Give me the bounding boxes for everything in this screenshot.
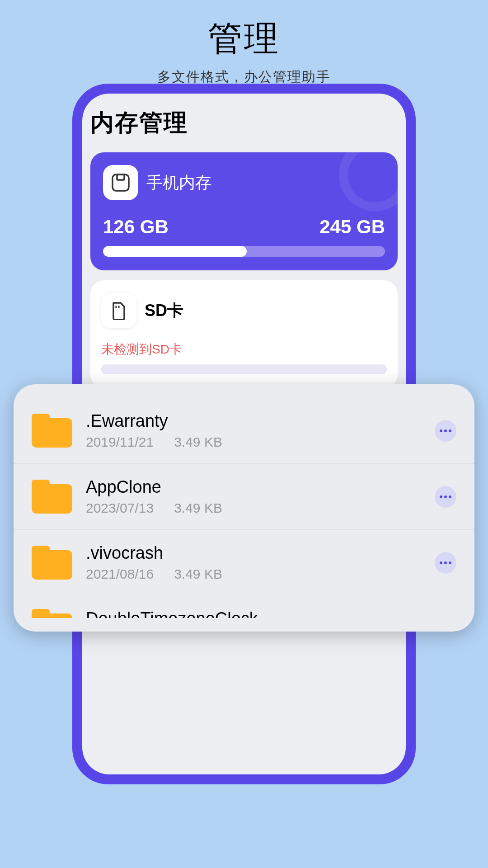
more-button[interactable] bbox=[435, 486, 456, 508]
svg-rect-0 bbox=[113, 175, 129, 191]
file-size: 3.49 KB bbox=[174, 566, 222, 582]
more-button[interactable] bbox=[435, 420, 456, 442]
file-item[interactable]: .vivocrash 2021/08/16 3.49 KB bbox=[14, 530, 474, 595]
file-name: DoubleTimezoneClock bbox=[86, 609, 258, 618]
folder-icon bbox=[32, 414, 72, 448]
storage-progress-fill bbox=[103, 246, 247, 257]
promo-header: 管理 多文件格式，办公管理助手 bbox=[0, 0, 488, 86]
folder-icon bbox=[32, 546, 72, 580]
svg-rect-1 bbox=[117, 175, 124, 180]
file-item-partial[interactable]: DoubleTimezoneClock bbox=[14, 595, 474, 618]
file-item[interactable]: AppClone 2023/07/13 3.49 KB bbox=[14, 464, 474, 530]
file-list-panel: .Ewarranty 2019/11/21 3.49 KB AppClone 2… bbox=[14, 384, 474, 632]
phone-storage-icon bbox=[103, 165, 138, 200]
sd-card-icon bbox=[101, 293, 136, 328]
folder-icon bbox=[32, 480, 72, 514]
file-name: AppClone bbox=[86, 477, 435, 497]
storage-progress-bar bbox=[103, 246, 385, 257]
file-name: .vivocrash bbox=[86, 543, 435, 563]
more-button[interactable] bbox=[435, 552, 456, 574]
file-date: 2023/07/13 bbox=[86, 500, 154, 516]
file-size: 3.49 KB bbox=[174, 500, 222, 516]
sd-card-warning: 未检测到SD卡 bbox=[101, 341, 387, 358]
file-date: 2021/08/16 bbox=[86, 566, 154, 582]
sd-card-section[interactable]: SD卡 未检测到SD卡 bbox=[90, 280, 398, 388]
sd-card-label: SD卡 bbox=[145, 300, 183, 322]
page-title: 管理 bbox=[0, 16, 488, 62]
sd-progress-bar bbox=[101, 364, 387, 374]
file-date: 2019/11/21 bbox=[86, 434, 154, 450]
file-name: .Ewarranty bbox=[86, 411, 435, 431]
phone-storage-label: 手机内存 bbox=[146, 172, 211, 194]
file-size: 3.49 KB bbox=[174, 434, 222, 450]
storage-used: 126 GB bbox=[103, 216, 169, 238]
phone-storage-card[interactable]: 手机内存 126 GB 245 GB bbox=[90, 152, 398, 270]
storage-total: 245 GB bbox=[319, 216, 385, 238]
screen-title: 内存管理 bbox=[82, 107, 406, 152]
file-item[interactable]: .Ewarranty 2019/11/21 3.49 KB bbox=[14, 398, 474, 464]
folder-icon bbox=[32, 609, 72, 618]
